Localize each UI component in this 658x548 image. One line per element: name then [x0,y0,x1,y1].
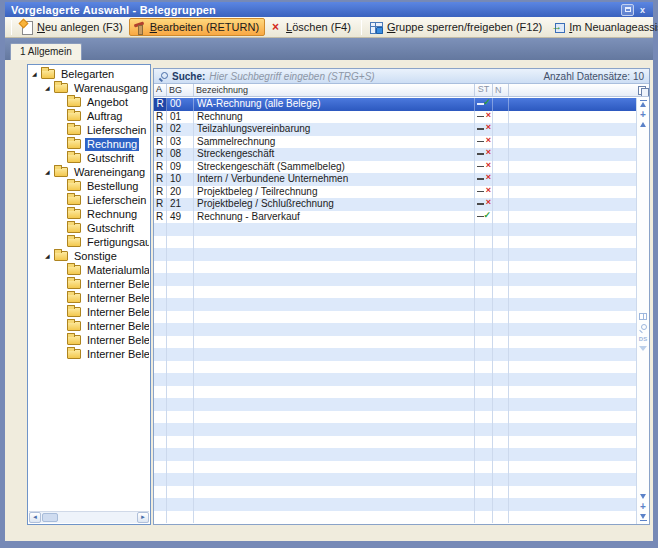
cell-filler [509,311,636,324]
expander-icon[interactable]: ◢ [32,67,41,81]
cell-filler [509,473,636,486]
cell-a [154,461,167,474]
table-row[interactable]: R00WA-Rechnung (alle Belege)✓ [154,98,636,111]
table-row[interactable]: R21Projektbeleg / Schlußrechnung× [154,198,636,211]
folder-icon [67,153,81,163]
tree-item-label: Lieferschein [85,194,148,207]
folder-icon [67,223,81,233]
gruppe-sperren-button[interactable]: Gruppe sperren/freigeben (F12) [366,18,548,36]
cell-n [493,436,509,449]
restore-icon[interactable] [621,4,634,16]
tree-item[interactable]: Materialumlauf/Reparatur [29,263,149,277]
table-row[interactable]: R03Sammelrechnung× [154,136,636,149]
tree-item[interactable]: Interner Beleg 4 (PPS) [29,333,149,347]
neu-anlegen-button[interactable]: Neu anlegen (F3) [16,18,129,36]
search-input[interactable]: Hier Suchbegriff eingeben (STRG+S) [209,71,539,82]
cell-bg [167,461,194,474]
tree-item[interactable]: Lieferschein [29,193,149,207]
tree-item-label: Bestellung [85,180,140,193]
status-blocked-icon: × [477,136,490,147]
tree-item-label: Gutschrift [85,222,136,235]
column-header-a[interactable]: A [154,84,167,96]
status-blocked-icon: × [477,123,490,134]
table-row[interactable]: R01Rechnung× [154,111,636,124]
cell-filler [509,261,636,274]
column-header-n[interactable]: N [493,84,509,96]
cell-bezeichnung: Projektbeleg / Teilrechnung [194,186,475,199]
scroll-right-icon[interactable]: ► [137,512,149,523]
cell-n [493,136,509,149]
tree-item[interactable]: Rechnung [29,137,149,151]
neuanlageassistent-button[interactable]: Im Neuanlageassistent anzeigen/sperren [548,18,658,36]
tree-item[interactable]: Interner Beleg 3 (PPS) [29,319,149,333]
tree-item[interactable]: Gutschrift [29,221,149,235]
insert-row-icon[interactable]: + [640,111,646,118]
folder-icon [54,251,68,261]
tree-item[interactable]: ◢Sonstige [29,249,149,263]
tree-item[interactable]: Bestellung [29,179,149,193]
tree-item[interactable]: Interner Beleg 2 (PPS) [29,305,149,319]
cell-bezeichnung: Intern / Verbundene Unternehmen [194,173,475,186]
loeschen-button[interactable]: ×Löschen (F4) [265,18,357,36]
tree-item[interactable]: Interner Beleg 1 (PPS) [29,291,149,305]
tree-item[interactable]: Rechnung [29,207,149,221]
append-row-icon[interactable]: + [640,503,646,510]
scroll-down-icon[interactable] [640,494,646,499]
close-icon[interactable]: x [636,4,649,16]
table-row[interactable]: R10Intern / Verbundene Unternehmen× [154,173,636,186]
expander-icon[interactable]: ◢ [45,165,54,179]
tree-item[interactable]: Lieferschein [29,123,149,137]
table-row[interactable]: R08Streckengeschäft× [154,148,636,161]
cell-bezeichnung [194,473,475,486]
scroll-top-icon[interactable] [640,100,647,107]
cell-filler [509,273,636,286]
search-bar[interactable]: Suche: Hier Suchbegriff eingeben (STRG+S… [154,69,649,84]
tree-item[interactable]: ◢Warenausgang [29,81,149,95]
scroll-up-icon[interactable] [640,122,646,127]
tree-item[interactable]: Auftrag [29,109,149,123]
filter-icon[interactable] [639,346,647,351]
tree-item[interactable]: ◢Wareneingang [29,165,149,179]
tree-item[interactable]: Angebot [29,95,149,109]
tree-item-label: Warenausgang [72,82,149,95]
records-icon[interactable]: DS [639,336,647,342]
expander-icon[interactable]: ◢ [45,81,54,95]
table-row-empty [154,273,636,286]
table-row[interactable]: R20Projektbeleg / Teilrechnung× [154,186,636,199]
cell-status [475,361,493,374]
table-row-empty [154,348,636,361]
scroll-left-icon[interactable]: ◄ [29,512,41,523]
table-search-icon[interactable] [639,324,647,332]
tree-item[interactable]: Fertigungsauftrag (PPS) [29,235,149,249]
cell-status [475,298,493,311]
table-row[interactable]: R02Teilzahlungsvereinbarung× [154,123,636,136]
tab-allgemein[interactable]: 1 Allgemein [10,43,82,60]
column-header-bg[interactable]: BG [167,84,194,96]
scrollbar-thumb[interactable] [42,513,58,522]
cell-filler [509,336,636,349]
column-header-bezeichnung[interactable]: Bezeichnung [194,84,475,96]
dialog-window: Vorgelagerte Auswahl - Beleggruppen x Ne… [0,0,658,548]
table-row[interactable]: R49Rechnung - Barverkauf✓ [154,211,636,224]
columns-icon[interactable] [639,313,647,320]
cell-bg: 00 [167,98,194,111]
tree-item[interactable]: Gutschrift [29,151,149,165]
expander-icon[interactable]: ◢ [45,249,54,263]
bearbeiten-button[interactable]: Bearbeiten (RETURN) [129,18,265,36]
folder-tree: ◢Belegarten◢WarenausgangAngebotAuftragLi… [29,67,149,510]
tree-hscrollbar[interactable]: ◄ ► [29,511,149,523]
column-options-icon[interactable] [636,84,649,96]
folder-icon [67,195,81,205]
scroll-bottom-icon[interactable] [640,514,647,521]
tree-item[interactable]: Interner Beleg 5 (PPS) [29,347,149,361]
gruppe-sperren-label: Gruppe sperren/freigeben (F12) [387,21,542,33]
cell-status: ✓ [475,98,493,111]
cell-n [493,361,509,374]
tree-item[interactable]: Interner Beleg [29,277,149,291]
table-row[interactable]: R09Streckengeschäft (Sammelbeleg)× [154,161,636,174]
column-header-st[interactable]: ST [475,84,493,96]
cell-bezeichnung [194,398,475,411]
toolbar-separator [11,20,12,35]
tree-item[interactable]: ◢Belegarten [29,67,149,81]
cell-a [154,348,167,361]
